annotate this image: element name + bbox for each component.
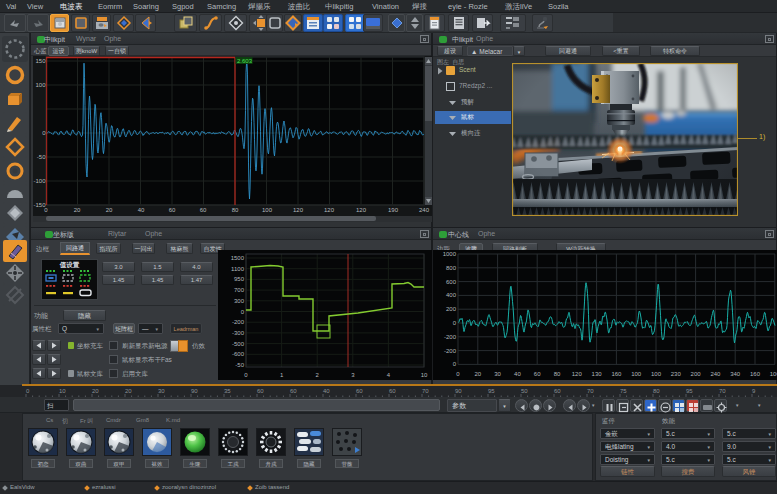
svg-text:-100: -100 xyxy=(33,178,46,184)
svg-text:1500: 1500 xyxy=(231,255,245,261)
svg-text:60: 60 xyxy=(257,388,264,394)
svg-text:35: 35 xyxy=(224,388,231,394)
svg-text:0: 0 xyxy=(26,388,30,394)
svg-text:240: 240 xyxy=(419,207,430,213)
svg-text:80: 80 xyxy=(554,371,561,377)
svg-text:2.603: 2.603 xyxy=(237,58,253,64)
svg-text:60: 60 xyxy=(389,388,396,394)
svg-text:80: 80 xyxy=(232,207,239,213)
svg-text:60: 60 xyxy=(534,371,541,377)
svg-text:90: 90 xyxy=(455,388,462,394)
svg-text:190: 190 xyxy=(388,207,399,213)
svg-text:95: 95 xyxy=(686,388,693,394)
svg-text:60: 60 xyxy=(554,388,561,394)
svg-text:20: 20 xyxy=(74,207,81,213)
svg-text:160: 160 xyxy=(611,371,622,377)
svg-text:120: 120 xyxy=(324,207,335,213)
svg-text:700: 700 xyxy=(234,287,245,293)
svg-text:20: 20 xyxy=(92,388,99,394)
svg-text:-200: -200 xyxy=(232,319,245,325)
svg-text:400: 400 xyxy=(446,292,457,298)
svg-text:50: 50 xyxy=(521,388,528,394)
svg-text:90: 90 xyxy=(191,388,198,394)
svg-text:100: 100 xyxy=(651,371,662,377)
svg-text:80: 80 xyxy=(653,388,660,394)
svg-text:-500: -500 xyxy=(232,341,245,347)
svg-text:100: 100 xyxy=(35,82,46,88)
svg-text:200: 200 xyxy=(446,306,457,312)
svg-text:100: 100 xyxy=(631,371,642,377)
svg-text:95: 95 xyxy=(488,388,495,394)
svg-text:60: 60 xyxy=(200,207,207,213)
svg-text:120: 120 xyxy=(572,371,583,377)
svg-text:70: 70 xyxy=(587,388,594,394)
svg-text:10: 10 xyxy=(59,388,66,394)
svg-text:-50: -50 xyxy=(235,362,244,368)
svg-text:-200: -200 xyxy=(444,334,457,340)
svg-text:60: 60 xyxy=(290,388,297,394)
svg-text:75: 75 xyxy=(620,388,627,394)
svg-text:160: 160 xyxy=(750,371,761,377)
svg-text:20: 20 xyxy=(474,371,481,377)
svg-text:300: 300 xyxy=(234,298,245,304)
svg-text:130: 130 xyxy=(592,371,603,377)
svg-text:30: 30 xyxy=(158,388,165,394)
svg-text:-200: -200 xyxy=(444,348,457,354)
svg-text:240: 240 xyxy=(710,371,721,377)
svg-text:1100: 1100 xyxy=(231,266,245,272)
svg-text:70: 70 xyxy=(719,388,726,394)
svg-text:230: 230 xyxy=(671,371,682,377)
svg-text:120: 120 xyxy=(356,207,367,213)
svg-text:30: 30 xyxy=(494,371,501,377)
svg-text:9: 9 xyxy=(752,388,756,394)
svg-text:60: 60 xyxy=(356,388,363,394)
svg-text:40: 40 xyxy=(138,207,145,213)
svg-text:100: 100 xyxy=(770,371,777,377)
svg-text:100: 100 xyxy=(262,207,273,213)
svg-text:40: 40 xyxy=(514,371,521,377)
svg-text:1000: 1000 xyxy=(443,251,457,257)
svg-text:10: 10 xyxy=(421,372,428,378)
svg-text:-600: -600 xyxy=(232,351,245,357)
svg-text:60: 60 xyxy=(169,207,176,213)
svg-text:950: 950 xyxy=(234,276,245,282)
svg-text:150: 150 xyxy=(35,58,46,64)
svg-text:120: 120 xyxy=(293,207,304,213)
svg-text:40: 40 xyxy=(323,388,330,394)
svg-text:20: 20 xyxy=(125,388,132,394)
svg-text:600: 600 xyxy=(446,279,457,285)
svg-text:70: 70 xyxy=(422,388,429,394)
svg-text:-300: -300 xyxy=(232,330,245,336)
svg-text:20: 20 xyxy=(106,207,113,213)
svg-text:-50: -50 xyxy=(37,154,46,160)
svg-text:340: 340 xyxy=(730,371,741,377)
svg-text:800: 800 xyxy=(446,265,457,271)
svg-text:200: 200 xyxy=(691,371,702,377)
